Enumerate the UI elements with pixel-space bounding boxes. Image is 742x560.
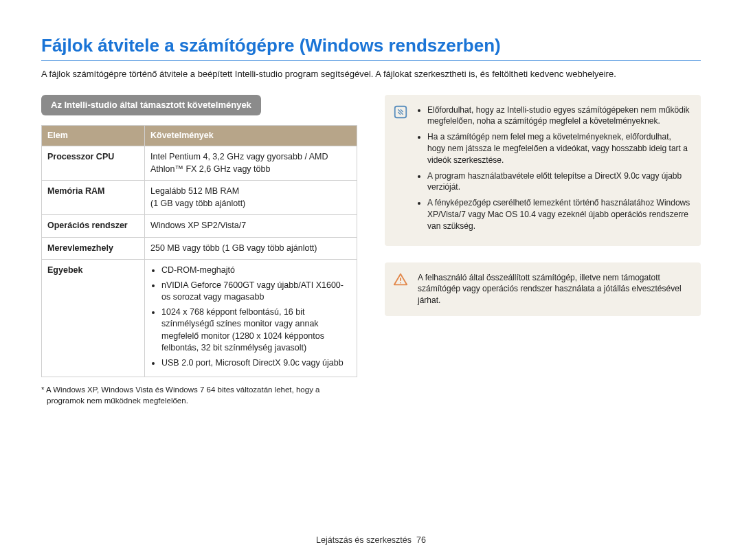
info-note-item: A program használatbavétele előtt telepí… [427,170,691,194]
other-item: USB 2.0 port, Microsoft DirectX 9.0c vag… [161,357,351,370]
requirements-heading: Az Intelli-studio által támasztott követ… [41,95,261,115]
left-column: Az Intelli-studio által támasztott követ… [41,95,357,407]
info-note-item: Ha a számítógép nem felel meg a követelm… [427,131,691,166]
other-item: 1024 x 768 képpont felbontású, 16 bit sz… [161,306,351,355]
cell-hdd-label: Merevlemezhely [42,237,145,260]
page-footer: Lejátszás és szerkesztés 76 [0,535,742,547]
info-note-item: Előfordulhat, hogy az Intelli-studio egy… [427,104,691,128]
cell-os-label: Operációs rendszer [42,215,145,238]
warning-icon [393,272,408,287]
warning-note-box: A felhasználó által összeállított számít… [385,262,701,316]
th-req: Követelmények [145,125,357,146]
cell-other-value: CD-ROM-meghajtó nVIDIA Geforce 7600GT va… [145,260,357,377]
cell-cpu-label: Processzor CPU [42,146,145,181]
page-title: Fájlok átvitele a számítógépre (Windows … [41,33,701,61]
cell-os-value: Windows XP SP2/Vista/7 [145,215,357,238]
other-item: CD-ROM-meghajtó [161,265,351,277]
warning-text: A felhasználó által összeállított számít… [418,272,691,306]
info-note-box: Előfordulhat, hogy az Intelli-studio egy… [385,95,701,246]
cell-other-label: Egyebek [42,260,145,377]
footer-section: Lejátszás és szerkesztés [316,535,412,545]
cell-cpu-value: Intel Pentium 4, 3,2 GHz vagy gyorsabb /… [145,146,357,181]
cell-hdd-value: 250 MB vagy több (1 GB vagy több ajánlot… [145,237,357,260]
table-row: Processzor CPU Intel Pentium 4, 3,2 GHz … [42,146,357,181]
table-row: Memória RAM Legalább 512 MB RAM (1 GB va… [42,181,357,215]
right-column: Előfordulhat, hogy az Intelli-studio egy… [385,95,701,407]
info-icon [393,104,408,120]
table-row: Egyebek CD-ROM-meghajtó nVIDIA Geforce 7… [42,260,357,377]
svg-point-2 [400,282,401,283]
th-item: Elem [42,125,145,146]
cell-ram-value: Legalább 512 MB RAM (1 GB vagy több aján… [145,181,357,215]
table-row: Operációs rendszer Windows XP SP2/Vista/… [42,215,357,238]
info-note-item: A fényképezőgép cserélhető lemezként tör… [427,197,691,232]
other-item: nVIDIA Geforce 7600GT vagy újabb/ATI X16… [161,280,351,304]
table-row: Merevlemezhely 250 MB vagy több (1 GB va… [42,237,357,260]
requirements-table: Elem Követelmények Processzor CPU Intel … [41,125,357,378]
footnote: * A Windows XP, Windows Vista és Windows… [41,384,357,406]
cell-ram-label: Memória RAM [42,181,145,215]
intro-text: A fájlok számítógépre történő átvitele a… [41,68,701,80]
footer-page: 76 [416,535,426,545]
